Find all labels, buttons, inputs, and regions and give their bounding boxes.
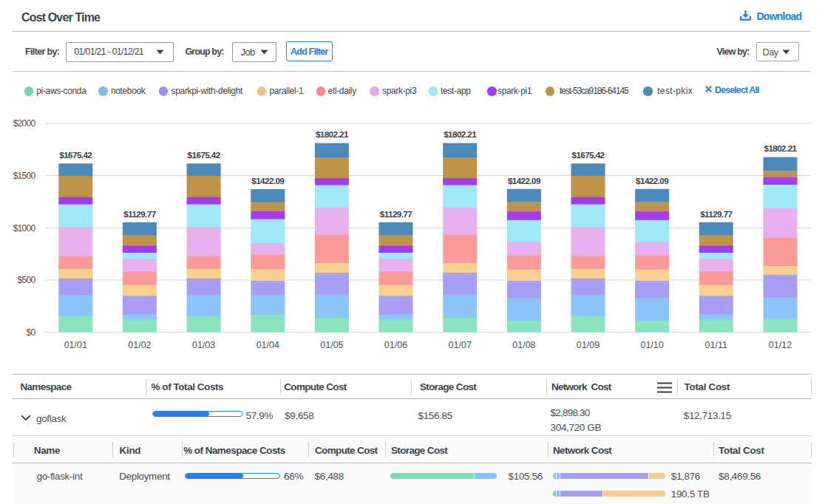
svg-text:$1500: $1500 — [13, 171, 36, 181]
svg-text:01/11: 01/11 — [705, 340, 727, 350]
svg-text:$1129.77: $1129.77 — [380, 209, 412, 219]
svg-text:$2000: $2000 — [13, 118, 36, 129]
svg-text:01/03: 01/03 — [192, 340, 215, 350]
svg-text:01/04: 01/04 — [257, 340, 279, 350]
svg-text:01/10: 01/10 — [640, 340, 663, 350]
svg-text:$500: $500 — [18, 275, 36, 285]
svg-text:$1422.09: $1422.09 — [508, 176, 541, 185]
svg-text:$1422.09: $1422.09 — [636, 176, 669, 185]
svg-text:$1675.42: $1675.42 — [59, 150, 92, 160]
svg-text:$1129.77: $1129.77 — [700, 209, 732, 219]
svg-text:$1802.21: $1802.21 — [444, 129, 477, 139]
svg-text:01/02: 01/02 — [128, 340, 151, 350]
svg-text:$1000: $1000 — [13, 223, 36, 234]
svg-text:01/01: 01/01 — [64, 340, 87, 350]
svg-text:$1675.42: $1675.42 — [188, 150, 221, 160]
svg-text:01/06: 01/06 — [384, 340, 407, 350]
svg-text:$1802.21: $1802.21 — [764, 143, 798, 153]
svg-text:$0: $0 — [27, 327, 36, 338]
svg-text:01/09: 01/09 — [577, 340, 599, 350]
svg-text:01/05: 01/05 — [320, 340, 343, 350]
svg-text:01/08: 01/08 — [512, 340, 535, 350]
svg-text:01/12: 01/12 — [769, 340, 792, 350]
svg-text:$1802.21: $1802.21 — [316, 129, 349, 139]
svg-text:01/07: 01/07 — [449, 340, 472, 350]
svg-text:$1675.42: $1675.42 — [572, 150, 605, 160]
svg-text:$1129.77: $1129.77 — [123, 209, 155, 219]
svg-text:$1422.09: $1422.09 — [251, 176, 285, 185]
